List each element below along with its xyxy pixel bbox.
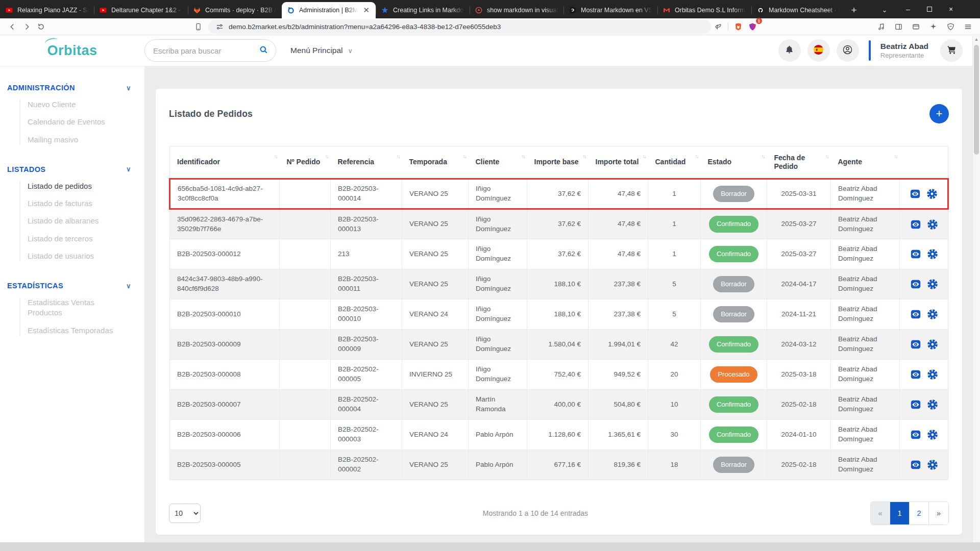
column-header[interactable]: Identificador↑↓ [170, 146, 280, 179]
order-settings-gear-icon[interactable] [927, 459, 938, 470]
sort-icon[interactable]: ↑↓ [643, 154, 646, 160]
browser-tab[interactable]: Relaxing Piano JAZZ - Smo [0, 2, 94, 18]
pagination-page-button[interactable]: 1 [890, 502, 910, 524]
order-settings-gear-icon[interactable] [927, 369, 938, 380]
side-panel-icon[interactable] [891, 20, 905, 33]
table-row[interactable]: 656cba5d-1081-4c9d-ab27-3c0f8cc8cf0aB2B-… [170, 179, 948, 209]
browser-tab[interactable]: Administration | B2M✕ [282, 2, 376, 18]
minimize-button[interactable]: – [897, 0, 919, 18]
view-order-eye-icon[interactable] [910, 459, 921, 470]
sidebar-item[interactable]: Listado de usuarios [28, 251, 119, 261]
sort-icon[interactable]: ↑↓ [825, 154, 828, 160]
main-menu-dropdown[interactable]: Menú Principal ∨ [290, 46, 353, 55]
browser-tab[interactable]: Creating Links in Markdo [376, 2, 470, 18]
search-input[interactable] [153, 46, 255, 55]
sort-icon[interactable]: ↑↓ [463, 154, 466, 160]
add-order-button[interactable]: + [929, 104, 949, 123]
media-control-icon[interactable] [874, 20, 888, 33]
search-box[interactable] [144, 39, 276, 62]
logo[interactable]: Orbitas [0, 43, 144, 59]
site-settings-icon[interactable] [215, 20, 224, 33]
order-settings-gear-icon[interactable] [926, 188, 938, 199]
table-row[interactable]: B2B-202503-000009B2B-202503-000009VERANO… [170, 330, 948, 360]
order-settings-gear-icon[interactable] [927, 279, 938, 290]
column-header[interactable]: Importe total↑↓ [589, 146, 648, 179]
column-header[interactable]: Cantidad↑↓ [648, 146, 701, 179]
profile-button[interactable] [837, 39, 859, 62]
adblock-extension-icon[interactable]: 1 [745, 20, 760, 33]
table-row[interactable]: B2B-202503-000010B2B-202503-000010VERANO… [170, 299, 948, 330]
sort-icon[interactable]: ↑↓ [762, 154, 765, 160]
tab-search-chevron-icon[interactable]: ⌄ [876, 2, 893, 18]
table-row[interactable]: 35d09622-2863-4679-a7be-35029b7f766eB2B-… [170, 209, 948, 239]
sidebar-item[interactable]: Calendario de Eventos [28, 117, 119, 127]
sidebar-item[interactable]: Listado de albaranes [28, 216, 119, 226]
search-icon[interactable] [259, 45, 268, 57]
view-order-eye-icon[interactable] [910, 369, 921, 380]
sidebar-item[interactable]: Nuevo Cliente [28, 99, 119, 110]
browser-tab[interactable]: show markdown in visual [470, 2, 564, 18]
language-selector-button[interactable] [807, 39, 830, 62]
view-order-eye-icon[interactable] [910, 429, 921, 440]
column-header[interactable]: Nº Pedido↑↓ [280, 146, 331, 179]
view-order-eye-icon[interactable] [910, 309, 921, 320]
reload-button[interactable] [34, 20, 48, 33]
scrollbar-thumb[interactable] [974, 45, 979, 155]
close-button[interactable]: × [940, 0, 962, 18]
view-order-eye-icon[interactable] [910, 279, 921, 290]
table-row[interactable]: 8424c347-9803-48b9-a990-840cf6f9d628B2B-… [170, 269, 948, 299]
sort-icon[interactable]: ↑↓ [325, 154, 328, 160]
browser-tab[interactable]: Mostrar Markdown en VS [564, 2, 657, 18]
sort-icon[interactable]: ↑↓ [397, 154, 400, 160]
sidebar-section-title[interactable]: ESTADÍSTICAS∨ [0, 282, 144, 290]
table-row[interactable]: B2B-202503-000007B2B-202502-000004VERANO… [170, 390, 948, 420]
notifications-button[interactable] [778, 39, 801, 62]
url-text[interactable]: demo.b2market.es/b2b/administration?menu… [229, 23, 501, 31]
order-settings-gear-icon[interactable] [927, 429, 938, 440]
brave-shields-icon[interactable] [731, 20, 745, 33]
order-settings-gear-icon[interactable] [927, 399, 938, 410]
order-settings-gear-icon[interactable] [927, 339, 938, 350]
sort-icon[interactable]: ↑↓ [583, 154, 586, 160]
sidebar-item[interactable]: Listado de pedidos [28, 181, 119, 191]
column-header[interactable]: Temporada↑↓ [402, 146, 469, 179]
column-header[interactable]: Importe base↑↓ [527, 146, 589, 179]
browser-tab[interactable]: Markdown Cheatsheet · a [751, 2, 845, 18]
table-row[interactable]: B2B-202503-000005B2B-202502-000002VERANO… [170, 450, 948, 480]
table-row[interactable]: B2B-202503-000006B2B-202502-000003VERANO… [170, 420, 948, 450]
order-settings-gear-icon[interactable] [927, 309, 938, 320]
view-order-eye-icon[interactable] [910, 188, 921, 199]
column-header[interactable]: Agente↑↓ [831, 146, 900, 179]
sidebar-item[interactable]: Listado de facturas [28, 198, 119, 209]
pagination-prev-button[interactable]: « [871, 502, 890, 524]
column-header[interactable]: Fecha de Pedido↑↓ [767, 146, 831, 179]
browser-tab[interactable]: Orbitas Demo S.L Informa [657, 2, 751, 18]
table-row[interactable]: B2B-202503-000008B2B-202502-000005INVIER… [170, 360, 948, 390]
sidebar-item[interactable]: Estadísticas Ventas Productos [28, 297, 119, 318]
column-header[interactable]: Estado↑↓ [701, 146, 767, 179]
leo-ai-icon[interactable] [926, 20, 940, 33]
bookmark-icon[interactable] [191, 20, 205, 33]
order-settings-gear-icon[interactable] [927, 248, 938, 260]
back-button[interactable] [5, 20, 19, 33]
sort-icon[interactable]: ↑↓ [274, 154, 277, 160]
scrollbar[interactable]: ▲ [972, 36, 980, 551]
sort-icon[interactable]: ↑↓ [522, 154, 525, 160]
menu-hamburger-icon[interactable] [961, 20, 975, 33]
table-row[interactable]: B2B-202503-000012213VERANO 25Iñigo Domín… [170, 239, 948, 269]
browser-tab[interactable]: Deltarune Chapter 1&2 - [94, 2, 188, 18]
view-order-eye-icon[interactable] [910, 399, 921, 410]
view-order-eye-icon[interactable] [910, 248, 921, 260]
vpn-shield-icon[interactable] [943, 20, 958, 33]
column-header[interactable]: Referencia↑↓ [331, 146, 402, 179]
column-header[interactable]: Cliente↑↓ [469, 146, 527, 179]
tab-close-icon[interactable]: ✕ [362, 6, 371, 15]
wallet-icon[interactable] [909, 20, 923, 33]
page-size-select[interactable]: 10 [169, 504, 201, 523]
maximize-button[interactable] [919, 0, 940, 18]
sidebar-section-title[interactable]: LISTADOS∨ [0, 165, 144, 173]
cart-button[interactable] [940, 39, 963, 62]
forward-button[interactable] [19, 20, 34, 33]
scrollbar-up-arrow[interactable]: ▲ [973, 37, 980, 42]
browser-tab[interactable]: Commits · deploy · B2B / [188, 2, 282, 18]
